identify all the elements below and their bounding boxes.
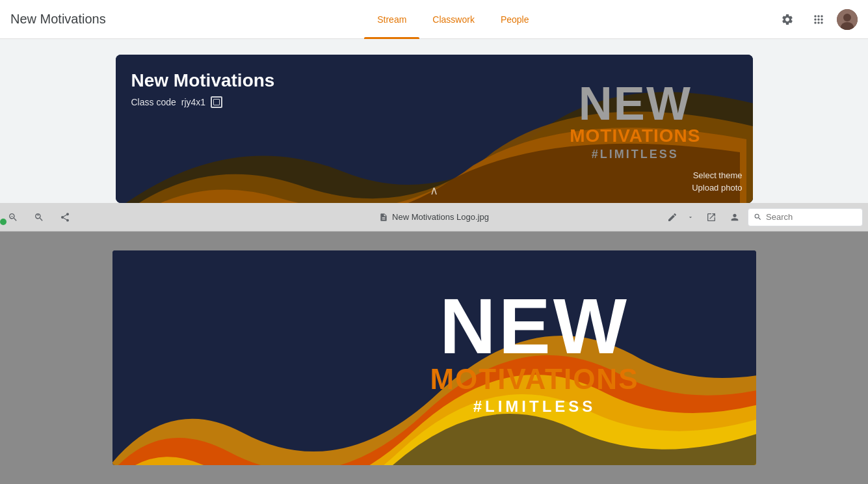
markup-icon xyxy=(667,212,677,222)
banner-actions: Select theme Upload photo xyxy=(692,170,742,193)
expand-code-icon[interactable] xyxy=(211,96,222,108)
banner-logo-new: NEW xyxy=(570,80,700,127)
tab-stream[interactable]: Stream xyxy=(364,0,419,39)
person-icon xyxy=(730,212,740,222)
banner-chevron-up-icon[interactable]: ∧ xyxy=(430,183,438,198)
main-content: New Motivations Class code rjy4x1 NEW MO… xyxy=(0,39,868,484)
file-icon xyxy=(379,213,388,222)
zoom-out-button[interactable] xyxy=(0,203,26,232)
class-code-label: Class code xyxy=(131,97,176,107)
search-input[interactable] xyxy=(766,212,857,222)
settings-button[interactable] xyxy=(774,7,800,33)
classroom-banner: New Motivations Class code rjy4x1 NEW MO… xyxy=(116,55,753,203)
grid-icon xyxy=(812,13,825,26)
zoom-in-button[interactable] xyxy=(26,203,52,232)
banner-text-block: New Motivations Class code rjy4x1 xyxy=(131,70,275,108)
banner-class-code-row: Class code rjy4x1 xyxy=(131,96,275,108)
svg-point-1 xyxy=(843,14,851,21)
banner-class-title: New Motivations xyxy=(131,70,275,91)
image-logo-motivations: MOTIVATIONS xyxy=(430,365,638,394)
banner-logo-limitless: #LIMITLESS xyxy=(570,148,700,161)
image-logo-limitless: #LIMITLESS xyxy=(430,397,638,416)
open-external-button[interactable] xyxy=(701,207,722,228)
nav-right-actions xyxy=(774,7,858,33)
banner-logo-text: NEW MOTIVATIONS #LIMITLESS xyxy=(570,80,700,161)
markup-button[interactable] xyxy=(662,207,683,228)
tab-classwork[interactable]: Classwork xyxy=(419,0,488,39)
class-code-value[interactable]: rjy4x1 xyxy=(181,97,205,107)
markup-dropdown-button[interactable] xyxy=(683,207,698,228)
preview-search-box[interactable] xyxy=(748,208,863,226)
preview-bar: New Motivations Logo.jpg xyxy=(0,203,868,232)
chevron-down-icon xyxy=(687,214,694,221)
image-card: NEW MOTIVATIONS #LIMITLESS xyxy=(112,250,756,465)
search-icon xyxy=(754,213,762,221)
green-status-dot xyxy=(0,219,7,225)
gear-icon xyxy=(781,13,794,26)
zoom-in-icon xyxy=(34,212,44,222)
select-theme-link[interactable]: Select theme xyxy=(693,170,743,180)
image-logo-new: NEW xyxy=(430,287,638,365)
tab-people[interactable]: People xyxy=(488,0,542,39)
preview-bar-left-controls xyxy=(0,203,78,232)
image-viewer: NEW MOTIVATIONS #LIMITLESS xyxy=(0,232,868,484)
share-icon xyxy=(60,212,70,222)
banner-logo-motivations: MOTIVATIONS xyxy=(570,127,700,145)
apps-button[interactable] xyxy=(806,7,832,33)
top-navigation: New Motivations Stream Classwork People xyxy=(0,0,868,39)
preview-bar-right-controls xyxy=(662,207,868,228)
image-logo-overlay: NEW MOTIVATIONS #LIMITLESS xyxy=(430,287,638,416)
person-button[interactable] xyxy=(724,207,745,228)
preview-bar-filename: New Motivations Logo.jpg xyxy=(379,212,489,222)
filename-text: New Motivations Logo.jpg xyxy=(392,212,489,222)
zoom-out-icon xyxy=(8,212,18,222)
nav-tabs: Stream Classwork People xyxy=(132,0,774,39)
app-title: New Motivations xyxy=(10,12,106,27)
user-avatar[interactable] xyxy=(837,9,858,30)
avatar-image xyxy=(837,9,858,30)
open-icon xyxy=(706,212,717,222)
share-button[interactable] xyxy=(52,203,78,232)
upload-photo-link[interactable]: Upload photo xyxy=(692,183,742,193)
